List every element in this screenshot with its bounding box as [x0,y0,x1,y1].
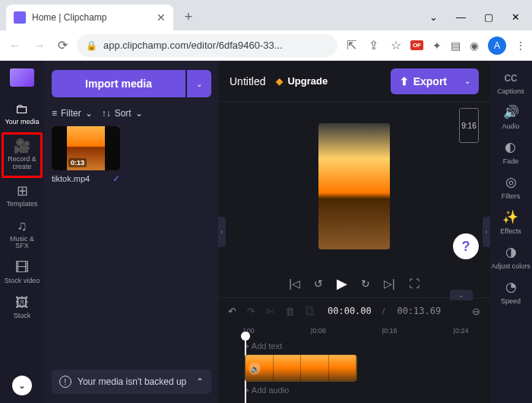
backup-text: Your media isn't backed up [78,376,186,387]
video-track[interactable]: 🔊 [245,354,489,382]
clip-thumbnail: 0:13 [52,126,120,170]
filters-icon: ◎ [505,174,517,190]
help-button[interactable]: ? [453,233,479,259]
captions-icon: cc [505,70,518,85]
effects-icon: ✨ [502,209,518,225]
undo-icon[interactable]: ↶ [228,306,236,317]
rail-scroll-down[interactable]: ⌄ [12,376,32,395]
duplicate-icon[interactable]: ⿻ [306,306,315,317]
import-media-button[interactable]: Import media [52,70,185,97]
share-icon[interactable]: ⇪ [366,35,382,56]
chrome-tab-strip: Home | Clipchamp ✕ + ⌄ — ▢ ✕ [0,0,532,30]
zoom-out-icon[interactable]: ⊖ [472,306,480,317]
speaker-icon: 🔊 [503,104,519,120]
rail-record-create[interactable]: 🎥 Record & create [2,132,43,178]
export-button[interactable]: ⬆ Export [391,68,456,94]
kebab-menu-icon[interactable]: ⋮ [515,40,526,52]
media-panel: Import media ⌄ ≡Filter⌄ ↑↓Sort⌄ 0:13 tik… [44,61,219,403]
gem-icon: ◆ [276,76,283,87]
project-title[interactable]: Untitled [230,75,265,87]
speed-icon: ◔ [505,279,517,295]
tool-audio[interactable]: 🔊Audio [502,104,519,130]
rail-music[interactable]: ♫ Music & SFX [2,214,43,255]
extension-of-icon[interactable]: OF [410,40,423,50]
install-app-icon[interactable]: ⇱ [344,35,359,56]
image-icon: 🖼 [15,296,29,309]
tool-speed[interactable]: ◔Speed [501,279,521,305]
camera-icon: 🎥 [14,139,30,153]
clip-name: tiktok.mp4 [52,174,90,183]
timeline-tracks[interactable]: + Add text 🔊 + Add audio [219,338,489,403]
rail-stock-video[interactable]: 🎞 Stock video [2,256,43,290]
extensions-icon[interactable]: ✦ [432,40,442,52]
tab-close-icon[interactable]: ✕ [157,11,166,24]
forward-icon[interactable]: → [30,36,49,56]
sort-icon: ↑↓ [102,108,111,119]
profile-avatar[interactable]: A [488,36,506,55]
filter-button[interactable]: ≡Filter⌄ [52,108,93,119]
tool-effects[interactable]: ✨Effects [500,209,521,235]
back-icon[interactable]: ← [6,36,24,56]
export-caret[interactable]: ⌄ [456,68,479,94]
minimize-icon[interactable]: — [456,11,466,23]
browser-tab[interactable]: Home | Clipchamp ✕ [6,5,173,30]
film-icon: 🎞 [15,261,29,274]
window-controls: ⌄ — ▢ ✕ [429,11,532,30]
url-bar[interactable]: 🔒 app.clipchamp.com/editor/6dfa9460-33..… [77,34,337,57]
import-media-caret[interactable]: ⌄ [187,70,211,97]
url-text: app.clipchamp.com/editor/6dfa9460-33... [103,40,283,51]
fade-icon: ◐ [505,139,516,155]
close-window-icon[interactable]: ✕ [511,11,520,23]
rail-templates[interactable]: ⊞ Templates [2,179,43,213]
playback-controls: |◁ ↺ ▶ ↻ ▷| ⛶ ⌄ [219,270,489,297]
extension-generic-icon[interactable]: ▤ [451,40,461,52]
skip-end-icon[interactable]: ▷| [384,278,395,290]
new-tab-button[interactable]: + [178,6,199,27]
play-icon[interactable]: ▶ [337,275,347,292]
chevron-up-icon: ⌃ [196,376,204,387]
maximize-icon[interactable]: ▢ [484,11,493,23]
backup-notice[interactable]: ! Your media isn't backed up ⌃ [52,370,211,394]
tool-adjust-colors[interactable]: ◑Adjust colors [491,244,530,270]
speaker-icon[interactable]: 🔊 [249,363,261,375]
redo-icon[interactable]: ↷ [247,306,255,317]
add-audio-track[interactable]: + Add audio [245,382,489,398]
split-icon[interactable]: ✄ [266,306,274,317]
skip-start-icon[interactable]: |◁ [289,278,300,290]
chevron-down-icon[interactable]: ⌄ [429,11,438,23]
timeline-toolbar: ↶ ↷ ✄ 🗑 ⿻ 00:00.00 / 00:13.69 ⊖ [219,298,489,324]
sort-button[interactable]: ↑↓Sort⌄ [102,108,143,119]
editor: ‹ ‹ Untitled ◆ Upgrade ⬆ Export ⌄ 9:16 ? [219,61,489,403]
rail-your-media[interactable]: 🗀 Your media [2,97,43,131]
video-preview[interactable] [318,123,390,249]
rewind-5-icon[interactable]: ↺ [314,278,323,290]
tool-fade[interactable]: ◐Fade [503,139,519,165]
app-root: 🗀 Your media 🎥 Record & create ⊞ Templat… [0,61,532,403]
editor-topbar: Untitled ◆ Upgrade ⬆ Export ⌄ [219,61,489,102]
extension-shield-icon[interactable]: ◉ [470,40,479,52]
templates-icon: ⊞ [17,184,28,198]
timeline-ruler[interactable]: |:00 |0:08 |0:16 |0:24 [219,324,489,338]
reload-icon[interactable]: ⟳ [55,35,71,56]
upgrade-button[interactable]: ◆ Upgrade [276,75,328,87]
bookmark-icon[interactable]: ☆ [388,35,404,56]
aspect-ratio-button[interactable]: 9:16 [459,108,479,143]
time-current: 00:00.00 [328,306,372,316]
time-total: 00:13.69 [397,306,441,316]
tool-filters[interactable]: ◎Filters [502,174,521,200]
clip-added-icon: ✓ [112,173,120,184]
fullscreen-icon[interactable]: ⛶ [409,278,420,290]
upload-icon: ⬆ [400,75,409,87]
lock-icon: 🔒 [86,40,97,51]
expand-timeline[interactable]: ⌄ [450,290,473,300]
delete-icon[interactable]: 🗑 [285,306,295,317]
tool-captions[interactable]: ccCaptions [497,70,524,95]
media-clip[interactable]: 0:13 tiktok.mp4 ✓ [52,126,120,184]
app-logo-icon[interactable] [10,68,34,87]
left-rail: 🗀 Your media 🎥 Record & create ⊞ Templat… [0,61,44,403]
clip-duration: 0:13 [68,158,87,167]
rail-stock[interactable]: 🖼 Stock [2,291,43,325]
forward-5-icon[interactable]: ↻ [361,278,370,290]
timeline-clip[interactable]: 🔊 [245,354,357,382]
add-text-track[interactable]: + Add text [245,338,489,354]
